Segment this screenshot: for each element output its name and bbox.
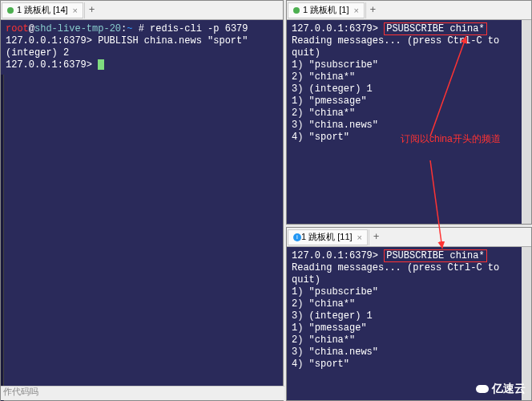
add-tab-button[interactable]: + <box>369 229 383 245</box>
right-bottom-tabbar: i 1 跳板机 [11] × + <box>287 228 531 247</box>
terminal-line: (integer) 2 <box>6 47 278 59</box>
terminal-line: Reading messages... (press Ctrl-C to qui… <box>292 35 526 59</box>
close-icon[interactable]: × <box>357 233 362 242</box>
status-dot-icon <box>293 7 300 14</box>
highlighted-command: PSUBSCRIBE china* <box>384 22 486 35</box>
right-bottom-terminal-pane: i 1 跳板机 [11] × + 127.0.0.1:6379> PSUBSCR… <box>286 227 532 401</box>
terminal-line: 1) "pmessage" <box>292 322 526 334</box>
scrollbar[interactable] <box>522 247 531 400</box>
cloud-icon <box>476 385 489 393</box>
right-top-tabbar: 1 跳板机 [1] × + <box>287 1 531 20</box>
terminal-line: 3) "china.news" <box>292 346 526 358</box>
terminal-line: 1) "pmessage" <box>292 95 526 107</box>
add-tab-button[interactable]: + <box>365 2 380 18</box>
close-icon[interactable]: × <box>353 6 358 15</box>
command-text: redis-cli -p 6379 <box>150 23 248 34</box>
brand-logo: 亿速云 <box>476 382 526 396</box>
tab-label: 1 跳板机 [11] <box>301 231 353 243</box>
left-tabbar: 1 跳板机 [14] × + <box>1 1 283 20</box>
terminal-line: 3) "china.news" <box>292 119 526 132</box>
terminal-line: 1) "psubscribe" <box>292 286 526 298</box>
terminal-line: 127.0.0.1:6379> PUBLISH china.news "spor… <box>6 35 278 47</box>
terminal-line: 127.0.0.1:6379> PSUBSCRIBE china* <box>292 250 526 262</box>
terminal-line: 3) (integer) 1 <box>292 310 526 322</box>
terminal-line: 1) "psubscribe" <box>292 59 526 71</box>
watermark-text: 作代码吗 <box>3 386 38 398</box>
terminal-sidebar <box>1 20 4 401</box>
terminal-line: 3) (integer) 1 <box>292 83 526 95</box>
cursor-icon <box>98 59 104 70</box>
terminal-line: 2) "china*" <box>292 334 526 346</box>
terminal-line: Reading messages... (press Ctrl-C to qui… <box>292 262 526 286</box>
terminal-line: 2) "china*" <box>292 107 526 119</box>
terminal-line: 127.0.0.1:6379> PSUBSCRIBE china* <box>292 23 526 35</box>
right-top-terminal-body[interactable]: 127.0.0.1:6379> PSUBSCRIBE china* Readin… <box>287 20 531 147</box>
footer-bar <box>1 386 284 400</box>
left-terminal-body[interactable]: root@shd-live-tmp-20:~ # redis-cli -p 63… <box>1 20 283 75</box>
prompt-user: root <box>6 23 29 34</box>
terminal-line: root@shd-live-tmp-20:~ # redis-cli -p 63… <box>6 23 278 35</box>
right-bottom-tab[interactable]: i 1 跳板机 [11] × <box>288 229 368 245</box>
redis-prompt: 127.0.0.1:6379> <box>6 59 98 71</box>
status-dot-icon <box>7 7 14 14</box>
terminal-line: 2) "china*" <box>292 298 526 310</box>
info-icon: i <box>293 233 301 241</box>
prompt-host: shd-live-tmp-20 <box>34 23 121 34</box>
terminal-line: 4) "sport" <box>292 358 526 371</box>
redis-prompt: 127.0.0.1:6379> <box>292 23 384 34</box>
right-top-tab[interactable]: 1 跳板机 [1] × <box>288 2 365 18</box>
right-bottom-terminal-body[interactable]: 127.0.0.1:6379> PSUBSCRIBE china* Readin… <box>287 247 531 374</box>
close-icon[interactable]: × <box>73 6 78 15</box>
redis-prompt: 127.0.0.1:6379> <box>292 250 384 261</box>
right-top-terminal-pane: 1 跳板机 [1] × + 127.0.0.1:6379> PSUBSCRIBE… <box>286 0 532 225</box>
tab-label: 1 跳板机 [14] <box>17 4 68 16</box>
left-tab[interactable]: 1 跳板机 [14] × <box>2 2 83 18</box>
terminal-line: 127.0.0.1:6379> <box>6 59 278 71</box>
left-terminal-pane: 1 跳板机 [14] × + root@shd-live-tmp-20:~ # … <box>0 0 284 401</box>
tab-label: 1 跳板机 [1] <box>303 4 349 16</box>
brand-text: 亿速云 <box>492 382 526 396</box>
terminal-line: 2) "china*" <box>292 71 526 83</box>
scrollbar[interactable] <box>522 20 531 224</box>
add-tab-button[interactable]: + <box>84 2 99 18</box>
annotation-text: 订阅以china开头的频道 <box>401 132 501 146</box>
highlighted-command: PSUBSCRIBE china* <box>384 249 486 262</box>
